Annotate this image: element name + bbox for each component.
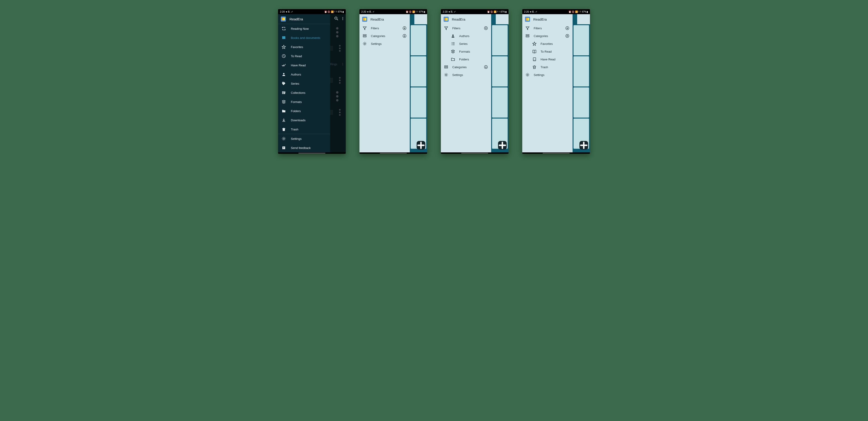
book-open-icon <box>532 50 536 54</box>
drawer-item-categories[interactable]: Categories <box>360 32 410 40</box>
nav-item-series[interactable]: Series <box>278 79 330 88</box>
repeat-icon <box>282 27 286 31</box>
nav-item-collections[interactable]: Collections <box>278 88 330 97</box>
nav-bar[interactable] <box>278 152 346 154</box>
book-card[interactable] <box>492 87 508 118</box>
drawer-item-formats[interactable]: Formats <box>441 48 491 55</box>
drawer-item-filters[interactable]: Filters <box>522 24 572 32</box>
drawer-item-authors[interactable]: Authors <box>441 32 491 40</box>
drawer-item-categories[interactable]: Categories <box>522 32 572 40</box>
drawer-item-settings[interactable]: Settings <box>441 71 491 79</box>
drawer-item-filters[interactable]: Filters <box>360 24 410 32</box>
nav-item-to-read[interactable]: To Read <box>278 52 330 61</box>
drawer-item-label: Folders <box>459 58 469 61</box>
expand-down-icon[interactable] <box>565 26 569 30</box>
search-icon[interactable] <box>334 17 338 22</box>
nav-item-authors[interactable]: Authors <box>278 70 330 79</box>
drawer-item-settings[interactable]: Settings <box>522 71 572 79</box>
nav-bar[interactable] <box>360 152 427 154</box>
nav-item-folders[interactable]: Folders <box>278 107 330 116</box>
drawer-scrim[interactable]: Rings <box>330 14 346 152</box>
book-card[interactable] <box>411 56 426 87</box>
filter-icon <box>444 26 448 30</box>
nav-item-label: Collections <box>291 91 306 94</box>
nav-item-label: Favorites <box>291 45 303 49</box>
close-circle-icon[interactable] <box>565 34 569 38</box>
book-card[interactable] <box>411 87 426 118</box>
content-area <box>572 24 590 152</box>
status-indicators: ● B. ✓ <box>286 10 293 13</box>
drawer-header: ReadEra <box>278 14 330 24</box>
status-bar: 2:20● B. ✓ ⏰ 📵 📶 ⠇⠇87%▮ <box>522 9 590 14</box>
nav-item-label: Trash <box>291 128 299 131</box>
nav-item-books-and-documents[interactable]: Books and documents <box>278 33 330 42</box>
star-outline-icon <box>532 42 536 46</box>
nav-item-reading-now[interactable]: Reading Now <box>278 24 330 33</box>
book-card[interactable] <box>574 25 589 55</box>
nav-item-label: Formats <box>291 100 302 103</box>
expand-down-icon[interactable] <box>402 34 407 38</box>
nav-item-label: Downloads <box>291 119 306 122</box>
gear-icon <box>282 137 286 141</box>
nav-item-favorites[interactable]: Favorites <box>278 42 330 52</box>
status-bar: 2:20 ● B. ✓ ⏰ 📵 📶 ⠇⠇ 87% ▮ <box>278 9 346 14</box>
expand-down-icon[interactable] <box>402 26 407 30</box>
categories-icon <box>363 34 367 38</box>
app-title: ReadEra <box>533 18 547 21</box>
drawer-item-label: Filters <box>371 27 379 30</box>
drawer-item-settings[interactable]: Settings <box>360 40 410 48</box>
categories-icon <box>444 65 448 69</box>
add-fab[interactable] <box>498 141 507 150</box>
person-icon <box>282 72 286 77</box>
drawer-item-trash[interactable]: Trash <box>522 63 572 71</box>
book-card[interactable] <box>411 25 426 55</box>
star-icon <box>282 45 286 49</box>
book-card[interactable] <box>492 56 508 87</box>
drawer-item-favorites[interactable]: Favorites <box>522 40 572 48</box>
expand-down-icon[interactable] <box>484 65 488 69</box>
list-icon <box>451 42 455 46</box>
content-area <box>410 24 427 152</box>
add-fab[interactable] <box>580 141 588 150</box>
close-circle-icon[interactable] <box>484 26 488 30</box>
drawer-item-label: Settings <box>534 73 545 77</box>
gear-icon <box>444 73 448 77</box>
nav-item-formats[interactable]: Formats <box>278 97 330 107</box>
alert-icon <box>282 146 286 150</box>
drawer-item-have-read[interactable]: Have Read <box>522 55 572 63</box>
drawer-item-label: Favorites <box>540 42 553 46</box>
nav-bar[interactable] <box>441 152 508 154</box>
drawer-item-filters[interactable]: Filters <box>441 24 491 32</box>
more-icon[interactable] <box>341 17 345 22</box>
gear-icon <box>525 73 530 77</box>
app-icon <box>525 17 530 22</box>
nav-drawer: ReadEra Filters Authors Series Formats F… <box>441 14 491 152</box>
book-card[interactable] <box>574 87 589 118</box>
status-time: 2:20 <box>280 10 285 13</box>
stack-icon <box>282 100 286 104</box>
add-fab[interactable] <box>416 141 425 150</box>
drawer-item-categories[interactable]: Categories <box>441 63 491 71</box>
drawer-item-folders[interactable]: Folders <box>441 55 491 63</box>
app-title: ReadEra <box>289 17 303 21</box>
folder-icon <box>282 109 286 113</box>
drawer-item-label: Filters <box>452 27 460 30</box>
nav-item-label: Series <box>291 82 299 85</box>
trash-outline-icon <box>532 65 536 69</box>
drawer-item-to-read[interactable]: To Read <box>522 48 572 55</box>
nav-item-send-feedback[interactable]: Send feedback <box>278 143 330 152</box>
drawer-item-series[interactable]: Series <box>441 40 491 48</box>
book-card[interactable] <box>574 56 589 87</box>
drawer-item-label: Authors <box>459 34 469 38</box>
stack-icon <box>451 50 455 54</box>
nav-item-downloads[interactable]: Downloads <box>278 116 330 125</box>
nav-item-settings[interactable]: Settings <box>278 134 330 143</box>
nav-item-trash[interactable]: Trash <box>278 125 330 134</box>
filter-icon <box>525 26 530 30</box>
book-card[interactable] <box>492 25 508 55</box>
drawer-header: ReadEra <box>441 14 491 24</box>
drawer-item-label: Categories <box>371 34 385 38</box>
app-icon <box>444 17 448 22</box>
nav-item-have-read[interactable]: Have Read <box>278 61 330 70</box>
nav-bar[interactable] <box>522 152 590 154</box>
